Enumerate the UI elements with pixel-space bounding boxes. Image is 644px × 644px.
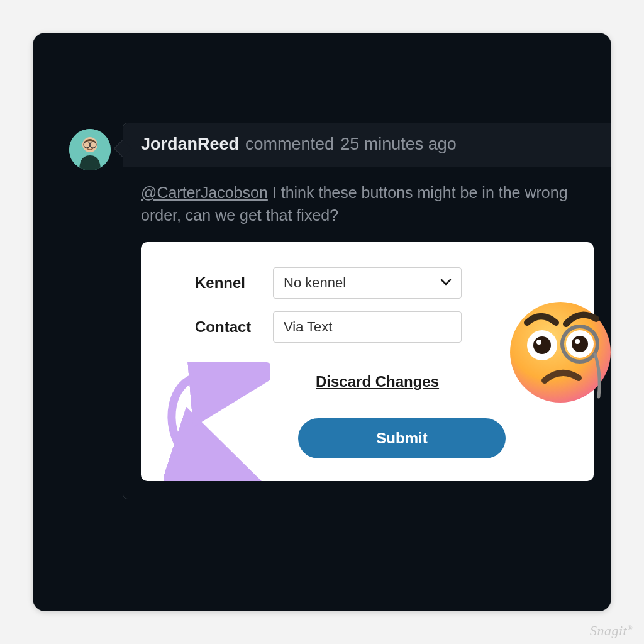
avatar[interactable] <box>69 129 111 170</box>
comment-timestamp: 25 minutes ago <box>340 135 457 154</box>
commenter-name[interactable]: JordanReed <box>141 135 239 154</box>
comment-header: JordanReed commented 25 minutes ago <box>123 123 611 167</box>
kennel-label: Kennel <box>166 274 248 292</box>
comment-box: JordanReed commented 25 minutes ago @Car… <box>123 123 611 499</box>
kennel-select[interactable]: No kennel <box>273 267 462 299</box>
avatar-image <box>69 129 111 170</box>
svg-point-11 <box>572 336 588 352</box>
contact-label: Contact <box>166 318 248 336</box>
comment-text: @CarterJacobson I think these buttons mi… <box>141 181 594 227</box>
user-mention[interactable]: @CarterJacobson <box>141 184 268 201</box>
form-actions: Discard Changes Submit <box>298 373 569 458</box>
discard-changes-link[interactable]: Discard Changes <box>316 373 439 391</box>
screenshot-card: JordanReed commented 25 minutes ago @Car… <box>33 33 611 611</box>
comment-action: commented <box>245 135 334 154</box>
svg-point-12 <box>575 339 580 344</box>
contact-input[interactable]: Via Text <box>273 311 462 343</box>
svg-point-10 <box>566 330 594 358</box>
form-row-contact: Contact Via Text <box>166 311 569 343</box>
submit-button[interactable]: Submit <box>298 418 506 458</box>
swap-arrow-annotation <box>164 362 270 481</box>
kennel-select-value: No kennel <box>273 267 462 299</box>
form-row-kennel: Kennel No kennel <box>166 267 569 299</box>
comment-body: @CarterJacobson I think these buttons mi… <box>123 167 611 499</box>
chevron-down-icon <box>440 277 452 289</box>
embedded-form-screenshot: Kennel No kennel Contact Via Text Discar… <box>141 242 594 481</box>
snagit-watermark: Snagit® <box>590 623 633 639</box>
